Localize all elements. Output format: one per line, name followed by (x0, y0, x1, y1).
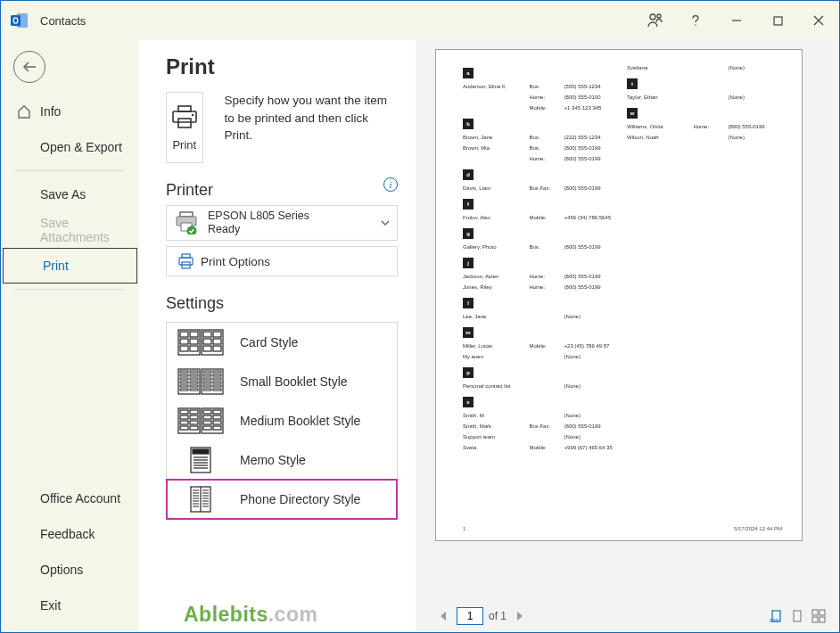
svg-rect-54 (203, 382, 211, 383)
sidebar-item-office-account[interactable]: Office Account (1, 481, 139, 516)
svg-rect-13 (180, 212, 193, 217)
svg-rect-56 (203, 385, 211, 387)
directory-entry: Frolov, AlexMobile:+456 (34) 786 5645 (463, 212, 627, 223)
svg-rect-107 (819, 617, 825, 622)
page-heading: Print (166, 54, 398, 79)
svg-rect-51 (213, 374, 221, 376)
print-preview-page: aAnderson, Elina KBus:(555) 555-1234Home… (435, 49, 803, 541)
style-memo[interactable]: Memo Style (167, 440, 397, 480)
next-page-button[interactable] (512, 608, 528, 624)
page-number-input[interactable] (457, 607, 483, 625)
svg-rect-52 (203, 378, 211, 380)
directory-entry: Gallery, PhotoBus:(800) 555-0199 (463, 242, 627, 252)
back-button[interactable] (13, 51, 45, 83)
svg-rect-22 (180, 332, 188, 337)
svg-rect-27 (190, 346, 198, 351)
sidebar-label: Feedback (40, 527, 95, 541)
directory-letter: j (463, 258, 474, 268)
svg-rect-25 (190, 339, 198, 344)
sidebar-label: Options (40, 563, 83, 577)
svg-rect-104 (812, 610, 818, 615)
svg-rect-43 (190, 382, 198, 383)
directory-entry: Smith, M(None) (463, 410, 627, 421)
directory-entry: Brown, MiaBus:(800) 555-0199 (463, 143, 627, 153)
printer-info-icon[interactable]: i (383, 177, 398, 192)
memo-style-icon (190, 447, 211, 473)
svg-rect-57 (213, 385, 221, 387)
directory-letter: d (463, 169, 474, 180)
svg-rect-76 (203, 426, 211, 430)
style-small-booklet[interactable]: Small Booklet Style (167, 362, 397, 401)
printer-name: EPSON L805 Series (208, 210, 309, 223)
sidebar-item-open-export[interactable]: Open & Export (1, 129, 139, 165)
maximize-button[interactable] (757, 1, 798, 40)
printer-dropdown[interactable]: EPSON L805 Series Ready (166, 205, 398, 241)
style-phone-directory[interactable]: Phone Directory Style (167, 480, 397, 519)
directory-entry-line: Home:(800) 555-0199 (463, 153, 627, 164)
outlook-icon (8, 9, 31, 32)
svg-text:100: 100 (770, 618, 779, 623)
svg-rect-74 (203, 421, 211, 424)
svg-rect-39 (190, 374, 198, 376)
footer-page-number: 1 (463, 526, 465, 531)
prev-page-button[interactable] (435, 608, 451, 624)
style-label: Medium Booklet Style (240, 414, 360, 428)
sidebar-separator (15, 289, 125, 290)
sidebar-item-exit[interactable]: Exit (1, 588, 139, 623)
svg-rect-65 (190, 415, 198, 419)
multi-page-button[interactable] (811, 608, 827, 624)
directory-letter: w (627, 108, 638, 119)
app-window: Contacts Info (0, 0, 840, 633)
help-icon[interactable] (675, 1, 716, 40)
directory-entry: Jackson, AidenHome:(800) 555-0199 (463, 271, 627, 282)
directory-entry-line: Home:(800) 555-0100 (463, 92, 627, 103)
style-medium-booklet[interactable]: Medium Booklet Style (167, 401, 397, 440)
sidebar-label: Open & Export (40, 140, 122, 154)
directory-entry: Anderson, Elina KBus:(555) 555-1234 (463, 81, 627, 92)
small-booklet-icon (177, 368, 224, 395)
actual-size-button[interactable]: 100 (768, 608, 784, 624)
minimize-button[interactable] (716, 1, 757, 40)
svg-rect-38 (180, 374, 188, 376)
svg-rect-48 (203, 371, 211, 373)
account-icon[interactable] (634, 1, 675, 40)
sidebar-label: Print (43, 259, 69, 273)
sidebar-item-save-as[interactable]: Save As (1, 177, 139, 212)
sidebar-item-info[interactable]: Info (1, 94, 139, 129)
print-options-label: Print Options (201, 255, 270, 268)
svg-rect-32 (203, 346, 211, 351)
sidebar-label: Save Attachments (40, 216, 139, 244)
sidebar-item-print[interactable]: Print (3, 248, 137, 284)
print-options-icon (177, 253, 194, 269)
card-style-icon (177, 329, 224, 356)
svg-rect-42 (180, 382, 188, 383)
print-instruction: Specify how you want the item to be prin… (225, 92, 398, 144)
directory-entry: Taylor, Ethan(None) (627, 92, 791, 103)
svg-rect-79 (193, 449, 209, 454)
chevron-down-icon (381, 218, 390, 227)
sidebar-label: Info (40, 104, 61, 119)
directory-letter: t (627, 78, 638, 89)
svg-rect-106 (812, 617, 818, 622)
svg-rect-58 (203, 389, 211, 390)
directory-letter: f (463, 199, 474, 210)
sidebar-item-feedback[interactable]: Feedback (1, 516, 139, 552)
svg-rect-30 (203, 339, 211, 344)
sidebar-label: Save As (40, 187, 86, 201)
directory-entry: SvetaMobile:+999 (67) 465 64 35 (463, 442, 627, 453)
watermark: Ablebits.com (166, 594, 398, 632)
svg-point-3 (657, 14, 661, 18)
directory-entry: Jones, RileyHome:(800) 555-0199 (463, 282, 627, 292)
medium-booklet-icon (177, 407, 224, 434)
style-label: Small Booklet Style (240, 374, 348, 389)
print-button[interactable]: Print (166, 92, 203, 163)
svg-rect-23 (190, 332, 198, 337)
close-button[interactable] (798, 1, 839, 40)
home-icon (15, 103, 33, 120)
print-options-button[interactable]: Print Options (166, 246, 398, 276)
style-card[interactable]: Card Style (167, 323, 397, 362)
sidebar-item-options[interactable]: Options (1, 552, 139, 588)
one-page-button[interactable] (789, 608, 805, 624)
svg-rect-41 (190, 378, 198, 380)
phone-directory-icon (190, 486, 211, 513)
